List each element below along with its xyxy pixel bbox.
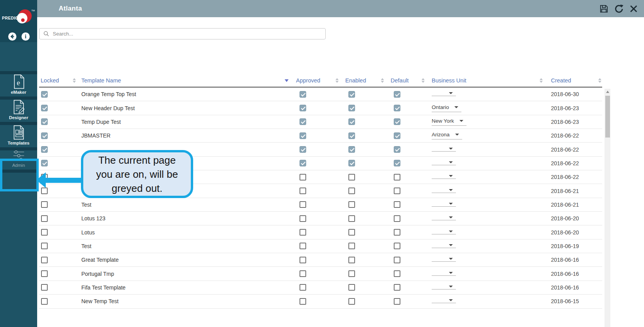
column-header-business-unit[interactable]: Business Unit <box>428 74 547 87</box>
approved-checkbox[interactable] <box>300 160 306 166</box>
default-checkbox[interactable] <box>394 257 400 263</box>
close-button[interactable] <box>630 5 638 13</box>
column-header-approved[interactable]: Approved <box>292 74 342 87</box>
column-header-enabled[interactable]: Enabled <box>342 74 387 87</box>
enabled-checkbox[interactable] <box>348 118 355 125</box>
default-checkbox[interactable] <box>394 201 400 208</box>
default-checkbox[interactable] <box>394 284 400 291</box>
template-name[interactable]: New Temp Test <box>81 298 118 304</box>
enabled-checkbox[interactable] <box>348 174 355 180</box>
template-name[interactable]: Orange Temp Top Test <box>81 91 136 97</box>
enabled-checkbox[interactable] <box>348 284 355 291</box>
approved-checkbox[interactable] <box>300 243 306 249</box>
business-unit-select[interactable]: Arizona <box>432 132 462 139</box>
default-checkbox[interactable] <box>394 160 400 166</box>
template-name[interactable]: JBMASTER <box>81 132 111 139</box>
column-header-created[interactable]: Created <box>547 74 602 87</box>
column-header-default[interactable]: Default <box>387 74 428 87</box>
default-checkbox[interactable] <box>394 174 400 180</box>
default-checkbox[interactable] <box>394 146 400 153</box>
info-button[interactable]: i <box>22 32 30 41</box>
sidebar-item-emaker[interactable]: eeMaker <box>0 71 37 96</box>
refresh-button[interactable] <box>614 4 624 13</box>
business-unit-select[interactable] <box>432 272 456 276</box>
approved-checkbox[interactable] <box>300 105 306 111</box>
default-checkbox[interactable] <box>394 118 400 125</box>
default-checkbox[interactable] <box>394 229 400 236</box>
sidebar-item-admin[interactable]: Admin <box>0 147 37 173</box>
approved-checkbox[interactable] <box>300 257 306 263</box>
search-box[interactable] <box>39 28 326 39</box>
business-unit-select[interactable] <box>432 258 456 262</box>
business-unit-select[interactable]: Ontario <box>432 104 461 112</box>
business-unit-select[interactable] <box>432 203 456 207</box>
business-unit-select[interactable] <box>432 299 456 303</box>
default-checkbox[interactable] <box>394 132 400 139</box>
enabled-checkbox[interactable] <box>348 201 355 208</box>
enabled-checkbox[interactable] <box>348 215 355 222</box>
approved-checkbox[interactable] <box>300 229 306 236</box>
scroll-up-arrow-icon[interactable] <box>606 91 609 93</box>
enabled-checkbox[interactable] <box>348 229 355 236</box>
template-name[interactable]: Lotus <box>81 229 95 236</box>
default-checkbox[interactable] <box>394 215 400 222</box>
business-unit-select[interactable] <box>432 286 456 289</box>
business-unit-select[interactable] <box>432 175 456 179</box>
locked-checkbox[interactable] <box>41 146 48 153</box>
default-checkbox[interactable] <box>394 243 400 249</box>
enabled-checkbox[interactable] <box>348 257 355 263</box>
locked-checkbox[interactable] <box>41 132 48 139</box>
enabled-checkbox[interactable] <box>348 160 355 166</box>
locked-checkbox[interactable] <box>41 215 48 222</box>
sidebar-item-templates[interactable]: Templates <box>0 122 37 147</box>
locked-checkbox[interactable] <box>41 91 48 98</box>
business-unit-select[interactable] <box>432 161 456 165</box>
locked-checkbox[interactable] <box>41 105 48 111</box>
business-unit-select[interactable] <box>432 148 456 152</box>
approved-checkbox[interactable] <box>300 118 306 125</box>
enabled-checkbox[interactable] <box>348 105 355 111</box>
business-unit-select[interactable] <box>432 231 456 234</box>
locked-checkbox[interactable] <box>41 201 48 208</box>
locked-checkbox[interactable] <box>41 270 48 277</box>
approved-checkbox[interactable] <box>300 284 306 291</box>
sidebar-item-designer[interactable]: Designer <box>0 96 37 122</box>
template-name[interactable]: Test <box>81 202 91 208</box>
business-unit-select[interactable] <box>432 92 456 96</box>
back-button[interactable] <box>8 32 16 41</box>
template-name[interactable]: Test <box>81 243 91 249</box>
locked-checkbox[interactable] <box>41 160 48 166</box>
enabled-checkbox[interactable] <box>348 270 355 277</box>
template-name[interactable]: Great Template <box>81 257 118 263</box>
locked-checkbox[interactable] <box>41 229 48 236</box>
template-name[interactable]: Fifa Test Template <box>81 284 126 291</box>
approved-checkbox[interactable] <box>300 174 306 180</box>
enabled-checkbox[interactable] <box>348 188 355 194</box>
locked-checkbox[interactable] <box>41 188 48 194</box>
approved-checkbox[interactable] <box>300 298 306 305</box>
enabled-checkbox[interactable] <box>348 298 355 305</box>
default-checkbox[interactable] <box>394 105 400 111</box>
business-unit-select[interactable]: New York <box>432 118 466 126</box>
enabled-checkbox[interactable] <box>348 243 355 249</box>
scrollbar-thumb[interactable] <box>605 96 610 138</box>
default-checkbox[interactable] <box>394 270 400 277</box>
vertical-scrollbar[interactable] <box>605 89 610 327</box>
default-checkbox[interactable] <box>394 188 400 194</box>
enabled-checkbox[interactable] <box>348 132 355 139</box>
search-input[interactable] <box>53 31 325 37</box>
template-name[interactable]: Portugal Tmp <box>81 271 114 277</box>
enabled-checkbox[interactable] <box>348 146 355 153</box>
column-header-locked[interactable]: Locked <box>39 74 81 87</box>
default-checkbox[interactable] <box>394 298 400 305</box>
approved-checkbox[interactable] <box>300 91 306 98</box>
locked-checkbox[interactable] <box>41 284 48 291</box>
template-name[interactable]: Lotus 123 <box>81 215 106 222</box>
approved-checkbox[interactable] <box>300 146 306 153</box>
locked-checkbox[interactable] <box>41 257 48 263</box>
approved-checkbox[interactable] <box>300 188 306 194</box>
enabled-checkbox[interactable] <box>348 91 355 98</box>
business-unit-select[interactable] <box>432 216 456 220</box>
locked-checkbox[interactable] <box>41 118 48 125</box>
locked-checkbox[interactable] <box>41 298 48 305</box>
